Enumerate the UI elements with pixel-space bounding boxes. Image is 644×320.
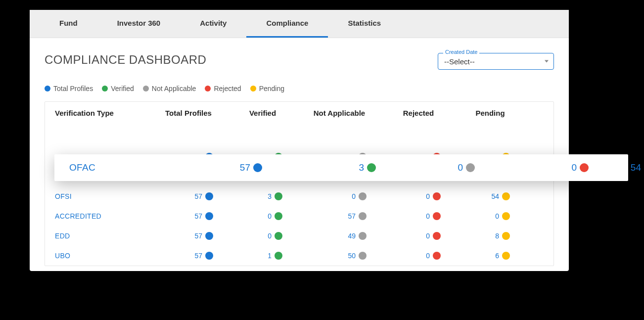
dot-blue-icon: [205, 232, 213, 240]
dot-green-icon: [102, 86, 108, 91]
page-title: COMPLIANCE DASHBOARD: [45, 53, 206, 67]
cell-total: 57: [149, 212, 228, 220]
dot-green-icon: [275, 212, 282, 220]
cell-pending: 8: [456, 232, 525, 240]
dot-grey-icon: [359, 232, 367, 240]
dot-red-icon: [433, 212, 441, 220]
table-header: Verification Type Total Profiles Verifie…: [45, 102, 553, 124]
table-row[interactable]: OFSI5730054: [45, 186, 553, 206]
value: 0: [426, 192, 430, 200]
value: 6: [495, 252, 499, 260]
table-row[interactable]: ACCREDITED5705700: [45, 206, 553, 226]
value: 0: [352, 192, 356, 200]
col-total-profiles: Total Profiles: [149, 109, 228, 117]
dot-red-icon: [580, 163, 589, 172]
highlighted-row[interactable]: OFAC 57 3 0 0 54: [54, 154, 628, 181]
tab-activity[interactable]: Activity: [180, 10, 246, 38]
row-type[interactable]: EDD: [55, 232, 149, 240]
value: 0: [458, 162, 463, 173]
legend-label: Total Profiles: [53, 85, 93, 92]
dot-red-icon: [433, 232, 441, 240]
dot-yellow-icon: [502, 252, 510, 260]
dot-yellow-icon: [502, 212, 510, 220]
cell-rejected: 0: [381, 212, 456, 220]
dot-blue-icon: [205, 212, 213, 220]
value: 0: [268, 212, 272, 220]
header-row: COMPLIANCE DASHBOARD Created Date --Sele…: [45, 53, 554, 70]
row-type[interactable]: UBO: [55, 252, 149, 260]
select-label: Created Date: [443, 49, 479, 55]
cell-na: 0: [297, 192, 381, 200]
legend-label: Not Applicable: [152, 85, 196, 92]
cell-pending: 6: [456, 252, 525, 260]
dot-green-icon: [275, 252, 282, 260]
value: 0: [426, 232, 430, 240]
dot-blue-icon: [205, 252, 213, 260]
value: 57: [348, 212, 356, 220]
value: 0: [426, 252, 430, 260]
cell-na: 0: [396, 162, 495, 173]
legend-rejected: Rejected: [205, 85, 241, 92]
dot-yellow-icon: [502, 232, 510, 240]
dot-grey-icon: [359, 192, 367, 200]
col-pending: Pending: [456, 109, 525, 117]
value: 57: [240, 162, 250, 173]
cell-pending: 0: [456, 212, 525, 220]
dot-grey-icon: [359, 252, 367, 260]
cell-total: 57: [149, 192, 228, 200]
tab-compliance[interactable]: Compliance: [246, 10, 328, 38]
select-value: --Select--: [444, 57, 475, 66]
cell-na: 57: [297, 212, 381, 220]
cell-na: 49: [297, 232, 381, 240]
cell-rejected: 0: [381, 192, 456, 200]
value: 54: [631, 162, 641, 173]
tab-fund[interactable]: Fund: [40, 10, 97, 38]
dot-blue-icon: [253, 163, 262, 172]
dot-blue-icon: [45, 86, 50, 91]
value: 57: [194, 212, 202, 220]
value: 0: [268, 232, 272, 240]
legend-not-applicable: Not Applicable: [143, 85, 196, 92]
table-row[interactable]: EDD5704908: [45, 226, 553, 246]
value: 57: [194, 192, 202, 200]
cell-rejected: 0: [381, 232, 456, 240]
cell-rejected: 0: [381, 252, 456, 260]
dot-grey-icon: [143, 86, 149, 91]
dot-grey-icon: [466, 163, 475, 172]
tab-statistics[interactable]: Statistics: [328, 10, 401, 38]
cell-total: 57: [168, 162, 282, 173]
value: 1: [268, 252, 272, 260]
row-type[interactable]: OFAC: [69, 162, 168, 173]
col-verified: Verified: [228, 109, 297, 117]
legend-total-profiles: Total Profiles: [45, 85, 93, 92]
legend-label: Pending: [259, 85, 284, 92]
value: 54: [491, 192, 499, 200]
legend-label: Rejected: [214, 85, 241, 92]
col-verification-type: Verification Type: [55, 109, 149, 117]
value: 8: [495, 232, 499, 240]
col-not-applicable: Not Applicable: [297, 109, 381, 117]
row-type[interactable]: OFSI: [55, 192, 149, 200]
cell-rejected: 0: [495, 162, 608, 173]
dot-yellow-icon: [250, 86, 256, 91]
cell-pending: 54: [608, 162, 644, 173]
tab-investor-360[interactable]: Investor 360: [97, 10, 181, 38]
dot-green-icon: [275, 232, 282, 240]
cell-verified: 3: [228, 192, 297, 200]
legend: Total Profiles Verified Not Applicable R…: [45, 85, 554, 92]
dot-red-icon: [205, 86, 211, 91]
created-date-select[interactable]: Created Date --Select--: [438, 53, 554, 70]
dot-blue-icon: [205, 192, 213, 200]
cell-total: 57: [149, 232, 228, 240]
value: 0: [571, 162, 577, 173]
table-row[interactable]: UBO5715006: [45, 246, 553, 266]
dot-red-icon: [433, 192, 441, 200]
tab-bar: Fund Investor 360 Activity Compliance St…: [30, 10, 569, 38]
chevron-down-icon: [545, 60, 549, 63]
cell-pending: 54: [456, 192, 525, 200]
cell-verified: 3: [282, 162, 396, 173]
cell-total: 57: [149, 252, 228, 260]
legend-pending: Pending: [250, 85, 284, 92]
row-type[interactable]: ACCREDITED: [55, 212, 149, 220]
compliance-table: Verification Type Total Profiles Verifie…: [45, 101, 554, 266]
